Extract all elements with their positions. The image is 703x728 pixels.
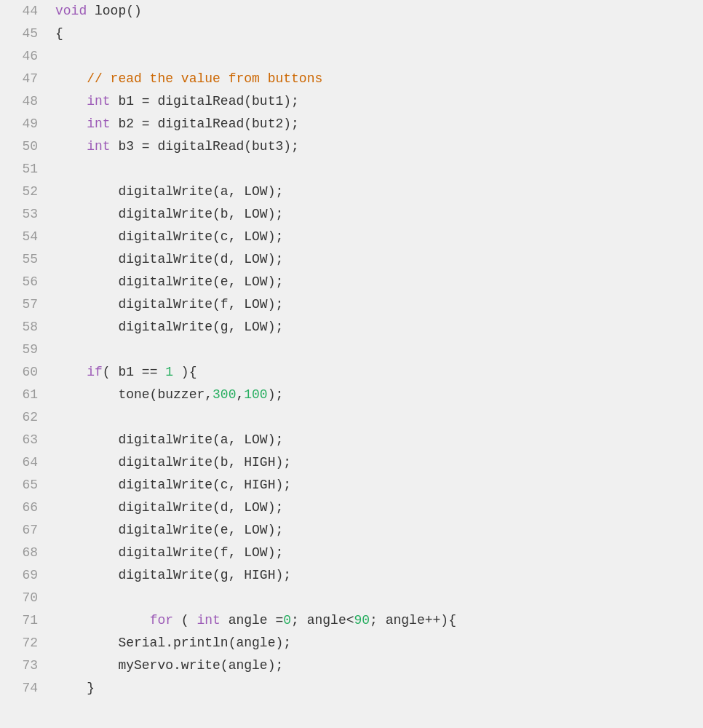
code-token: b3 = digitalRead(but3);: [111, 139, 299, 154]
line-number: 64: [0, 451, 38, 474]
code-line: }: [55, 677, 703, 700]
line-number: 61: [0, 384, 38, 406]
code-editor: 4445464748495051525354555657585960616263…: [0, 0, 703, 728]
code-token: 0: [283, 613, 291, 628]
line-number: 73: [0, 654, 38, 677]
code-line: digitalWrite(e, LOW);: [55, 271, 703, 293]
line-number: 59: [0, 339, 38, 361]
code-line: [55, 406, 703, 429]
code-line: [55, 45, 703, 68]
line-number: 72: [0, 632, 38, 654]
code-token: ){: [173, 365, 196, 379]
line-number: 69: [0, 564, 38, 587]
code-line: // read the value from buttons: [55, 68, 703, 90]
code-line: int b3 = digitalRead(but3);: [55, 135, 703, 158]
code-token: digitalWrite(e, LOW);: [55, 274, 283, 289]
line-number: 60: [0, 361, 38, 384]
line-number: 68: [0, 542, 38, 564]
code-line: digitalWrite(d, LOW);: [55, 496, 703, 519]
code-line: digitalWrite(g, HIGH);: [55, 564, 703, 587]
code-token: [55, 139, 87, 154]
code-token: 90: [354, 613, 370, 628]
line-number: 44: [0, 0, 38, 23]
line-number: 71: [0, 609, 38, 632]
line-number: 55: [0, 248, 38, 271]
line-numbers: 4445464748495051525354555657585960616263…: [0, 0, 49, 728]
line-number: 50: [0, 135, 38, 158]
code-line: digitalWrite(f, LOW);: [55, 542, 703, 564]
code-line: int b2 = digitalRead(but2);: [55, 113, 703, 135]
code-line: {: [55, 23, 703, 45]
line-number: 70: [0, 587, 38, 609]
code-token: b2 = digitalRead(but2);: [111, 116, 299, 131]
code-token: // read the value from buttons: [55, 71, 322, 86]
line-number: 63: [0, 429, 38, 451]
code-token: 300: [213, 387, 236, 402]
line-number: 45: [0, 23, 38, 45]
code-token: digitalWrite(a, LOW);: [55, 432, 283, 447]
code-token: }: [55, 681, 95, 695]
code-line: [55, 158, 703, 181]
code-content: void loop(){ // read the value from butt…: [49, 0, 703, 728]
line-number: 46: [0, 45, 38, 68]
line-number: 54: [0, 226, 38, 248]
code-line: digitalWrite(c, HIGH);: [55, 474, 703, 496]
line-number: 74: [0, 677, 38, 700]
code-token: {: [55, 26, 63, 41]
code-token: digitalWrite(b, HIGH);: [55, 455, 291, 470]
code-line: digitalWrite(b, HIGH);: [55, 451, 703, 474]
code-token: digitalWrite(d, LOW);: [55, 500, 283, 515]
code-token: int: [87, 116, 110, 131]
code-line: if( b1 == 1 ){: [55, 361, 703, 384]
code-line: Serial.println(angle);: [55, 632, 703, 654]
code-line: tone(buzzer,300,100);: [55, 384, 703, 406]
code-token: );: [268, 387, 284, 402]
code-token: Serial.println(angle);: [55, 636, 291, 650]
code-token: int: [87, 94, 110, 108]
code-line: [55, 339, 703, 361]
code-line: digitalWrite(a, LOW);: [55, 181, 703, 203]
line-number: 52: [0, 181, 38, 203]
line-number: 65: [0, 474, 38, 496]
code-token: if: [87, 365, 103, 379]
code-line: digitalWrite(f, LOW);: [55, 293, 703, 316]
code-token: 1: [165, 365, 173, 379]
code-token: (: [173, 613, 196, 628]
code-token: digitalWrite(a, LOW);: [55, 184, 283, 199]
code-line: void loop(): [55, 0, 703, 23]
code-line: digitalWrite(b, LOW);: [55, 203, 703, 226]
code-line: myServo.write(angle);: [55, 654, 703, 677]
code-token: [55, 94, 87, 108]
code-token: digitalWrite(g, HIGH);: [55, 568, 291, 582]
code-line: digitalWrite(c, LOW);: [55, 226, 703, 248]
line-number: 47: [0, 68, 38, 90]
code-line: int b1 = digitalRead(but1);: [55, 90, 703, 113]
code-token: digitalWrite(g, LOW);: [55, 320, 283, 334]
code-token: digitalWrite(f, LOW);: [55, 297, 283, 312]
line-number: 58: [0, 316, 38, 339]
line-number: 62: [0, 406, 38, 429]
code-token: int: [196, 613, 220, 628]
line-number: 48: [0, 90, 38, 113]
code-token: digitalWrite(e, LOW);: [55, 523, 283, 537]
code-line: digitalWrite(g, LOW);: [55, 316, 703, 339]
line-number: 66: [0, 496, 38, 519]
code-token: 100: [244, 387, 267, 402]
code-token: [55, 613, 150, 628]
code-token: digitalWrite(d, LOW);: [55, 252, 283, 266]
code-token: b1 = digitalRead(but1);: [111, 94, 299, 108]
line-number: 57: [0, 293, 38, 316]
code-token: digitalWrite(b, LOW);: [55, 207, 283, 221]
code-line: for ( int angle =0; angle<90; angle++){: [55, 609, 703, 632]
code-token: loop(): [87, 4, 142, 18]
code-token: [55, 116, 87, 131]
line-number: 51: [0, 158, 38, 181]
code-token: tone(buzzer,: [55, 387, 213, 402]
code-token: for: [150, 613, 173, 628]
code-token: myServo.write(angle);: [55, 658, 283, 673]
code-token: ; angle<: [291, 613, 354, 628]
code-token: digitalWrite(c, HIGH);: [55, 478, 291, 492]
code-line: digitalWrite(a, LOW);: [55, 429, 703, 451]
code-token: ( b1 ==: [103, 365, 165, 379]
code-line: [55, 587, 703, 609]
